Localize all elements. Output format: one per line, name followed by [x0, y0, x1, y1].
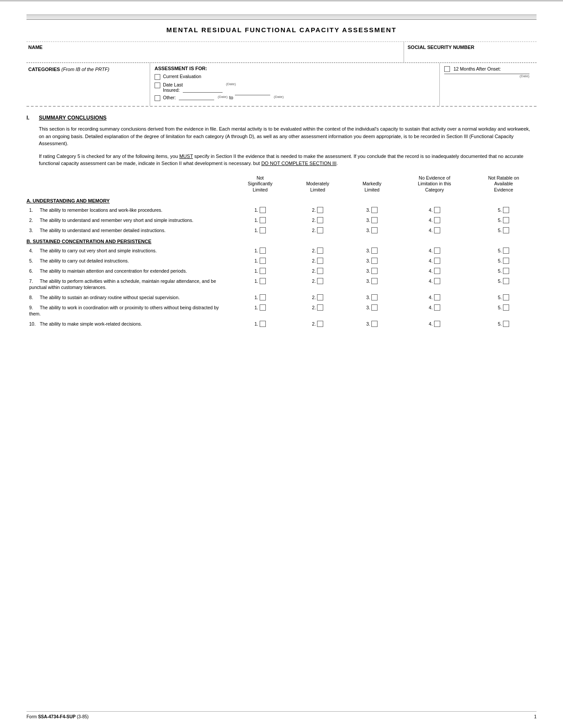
- cb-cell: 2.: [290, 276, 346, 293]
- cb-num: 4.: [429, 248, 433, 253]
- cb-num: 4.: [429, 295, 433, 300]
- date-last-date-label: (Date): [226, 82, 236, 86]
- rating-checkbox[interactable]: [317, 321, 323, 327]
- item-num: 8.: [29, 295, 38, 300]
- section-i-para1: This section is for recording summary co…: [39, 125, 537, 147]
- rating-checkbox[interactable]: [371, 268, 378, 274]
- rating-checkbox[interactable]: [434, 217, 440, 223]
- checkbox-date-last[interactable]: [155, 83, 160, 88]
- rating-checkbox[interactable]: [317, 227, 323, 233]
- twelve-months-label: 12 Months After Onset:: [453, 66, 501, 71]
- checkbox-current[interactable]: [155, 74, 160, 80]
- categories-cell: CATEGORIES (From IB of the PRTF): [26, 63, 150, 106]
- rating-checkbox[interactable]: [503, 321, 509, 327]
- rating-checkbox[interactable]: [317, 304, 323, 311]
- item-text: The ability to carry out very short and …: [40, 248, 157, 253]
- cb-cell: 2.: [290, 246, 346, 256]
- cb-cell: 1.: [230, 205, 290, 215]
- cb-num: 2.: [312, 207, 316, 213]
- cb-num: 4.: [429, 218, 433, 223]
- other-from-date-label: (Date): [218, 95, 227, 99]
- cb-cell: 2.: [290, 256, 346, 266]
- rating-checkbox[interactable]: [260, 278, 266, 284]
- cb-cell: 4.: [398, 266, 471, 276]
- rating-checkbox[interactable]: [260, 217, 266, 223]
- cb-cell: 4.: [398, 215, 471, 225]
- cb-num: 5.: [498, 218, 502, 223]
- other-to-date-label: (Date): [274, 95, 283, 99]
- item-text-cell: 7.The ability to perform activities with…: [26, 276, 230, 293]
- cb-num: 1.: [254, 305, 258, 310]
- cb-num: 2.: [312, 268, 316, 274]
- cb-num: 2.: [312, 258, 316, 263]
- item-row: 4.The ability to carry out very short an…: [26, 246, 537, 256]
- rating-checkbox[interactable]: [317, 217, 323, 223]
- categories-italic: (From IB of the PRTF): [61, 67, 110, 72]
- rating-checkbox[interactable]: [503, 227, 509, 233]
- rating-checkbox[interactable]: [434, 227, 440, 233]
- rating-checkbox[interactable]: [371, 227, 378, 233]
- rating-checkbox[interactable]: [260, 248, 266, 254]
- cb-num: 4.: [429, 268, 433, 274]
- rating-checkbox[interactable]: [434, 321, 440, 327]
- rating-checkbox[interactable]: [317, 294, 323, 300]
- rating-checkbox[interactable]: [503, 258, 509, 264]
- rating-checkbox[interactable]: [260, 258, 266, 264]
- rating-checkbox[interactable]: [260, 294, 266, 300]
- cb-cell: 4.: [398, 256, 471, 266]
- cb-cell: 3.: [346, 303, 398, 319]
- cb-cell: 1.: [230, 225, 290, 236]
- cb-num: 3.: [367, 248, 370, 253]
- rating-checkbox[interactable]: [503, 217, 509, 223]
- cb-num: 1.: [254, 218, 258, 223]
- rating-checkbox[interactable]: [503, 207, 509, 213]
- cb-num: 3.: [367, 268, 370, 274]
- rating-checkbox[interactable]: [371, 294, 378, 300]
- rating-checkbox[interactable]: [317, 278, 323, 284]
- cb-cell: 1.: [230, 215, 290, 225]
- rating-checkbox[interactable]: [317, 268, 323, 274]
- rating-checkbox[interactable]: [503, 278, 509, 284]
- item-row: 3.The ability to understand and remember…: [26, 225, 537, 236]
- rating-checkbox[interactable]: [317, 207, 323, 213]
- rating-checkbox[interactable]: [434, 304, 440, 311]
- rating-checkbox[interactable]: [260, 268, 266, 274]
- rating-checkbox[interactable]: [371, 217, 378, 223]
- rating-checkbox[interactable]: [260, 321, 266, 327]
- rating-checkbox[interactable]: [434, 258, 440, 264]
- category-row-B: B. SUSTAINED CONCENTRATION AND PERSISTEN…: [26, 235, 537, 246]
- rating-checkbox[interactable]: [371, 304, 378, 311]
- rating-checkbox[interactable]: [434, 278, 440, 284]
- rating-checkbox[interactable]: [260, 227, 266, 233]
- rating-checkbox[interactable]: [434, 248, 440, 254]
- rating-checkbox[interactable]: [371, 207, 378, 213]
- cb-num: 1.: [254, 228, 258, 233]
- cb-num: 2.: [312, 248, 316, 253]
- rating-checkbox[interactable]: [503, 248, 509, 254]
- rating-checkbox[interactable]: [371, 248, 378, 254]
- checkbox-other[interactable]: [155, 95, 160, 101]
- rating-checkbox[interactable]: [260, 304, 266, 311]
- rating-checkbox[interactable]: [317, 248, 323, 254]
- rating-checkbox[interactable]: [434, 207, 440, 213]
- rating-checkbox[interactable]: [503, 294, 509, 300]
- rating-checkbox[interactable]: [317, 258, 323, 264]
- cb-num: 3.: [367, 305, 370, 310]
- item-num: 3.: [29, 228, 38, 233]
- item-text-cell: 3.The ability to understand and remember…: [26, 225, 230, 236]
- rating-checkbox[interactable]: [434, 268, 440, 274]
- rating-checkbox[interactable]: [260, 207, 266, 213]
- rating-checkbox[interactable]: [371, 258, 378, 264]
- rating-checkbox[interactable]: [371, 278, 378, 284]
- para2-must: MUST: [179, 154, 193, 159]
- rating-checkbox[interactable]: [503, 268, 509, 274]
- item-text: The ability to understand and remember d…: [40, 228, 166, 233]
- cb-num: 3.: [367, 228, 370, 233]
- checkbox-twelve-months[interactable]: [444, 66, 450, 72]
- rating-checkbox[interactable]: [371, 321, 378, 327]
- name-cell: NAME: [26, 42, 404, 62]
- rating-checkbox[interactable]: [503, 304, 509, 311]
- rating-checkbox[interactable]: [434, 294, 440, 300]
- cb-cell: 2.: [290, 266, 346, 276]
- item-text: The ability to understand and remember v…: [40, 218, 193, 223]
